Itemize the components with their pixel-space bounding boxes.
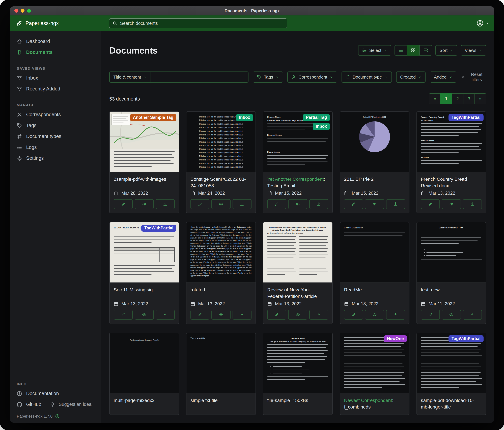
pagination-next[interactable]: » [475,93,486,104]
download-document-button[interactable] [233,310,252,319]
edit-document-button[interactable] [190,310,209,319]
sidebar-item-documents[interactable]: Documents [10,47,101,58]
document-title[interactable]: ReadMe [344,287,405,300]
document-thumbnail[interactable]: This is a test file. [186,333,255,393]
pagination-page-2[interactable]: 2 [452,93,463,104]
view-document-button[interactable] [135,199,153,209]
document-thumbnail[interactable]: Contact Sheet Demo [340,222,409,283]
edit-document-button[interactable] [267,310,286,319]
document-type-filter-button[interactable]: Document type [342,72,392,83]
tag-another-sample-tag[interactable]: Another Sample Tag [130,114,176,121]
tags-filter-button[interactable]: Tags [253,72,283,83]
detail-view-button[interactable] [419,45,432,56]
view-document-button[interactable] [442,199,461,209]
view-document-button[interactable] [288,310,307,319]
document-title[interactable]: 2sample-pdf-with-images [114,176,175,189]
view-document-button[interactable] [365,310,384,319]
sidebar-item-dashboard[interactable]: Dashboard [10,36,101,47]
document-thumbnail[interactable]: This is the text that appears on the fir… [186,222,255,283]
view-document-button[interactable] [211,310,230,319]
brand[interactable]: Paperless-ngx [15,20,109,27]
tag-tagwithpartial[interactable]: TagWithPartial [449,335,484,342]
document-title[interactable]: sample-pdf-download-10-mb-longer-title [421,397,482,411]
document-thumbnail[interactable]: Adobe Acrobat PDF Files [417,222,486,283]
title-content-filter-input[interactable] [151,72,249,83]
zoom-window-button[interactable] [27,9,31,13]
document-title[interactable]: file-sample_150kBs [267,397,328,411]
list-view-button[interactable] [395,45,407,56]
sidebar-item-correspondents[interactable]: Correspondents [10,109,101,120]
document-thumbnail[interactable]: Release NotesSimba ODBC Driver for SQL S… [263,112,332,172]
pagination-prev[interactable]: « [429,93,441,104]
view-document-button[interactable] [365,199,384,209]
edit-document-button[interactable] [190,199,209,209]
sidebar-item-suggest-an-idea[interactable]: Suggest an idea [43,399,93,410]
document-title[interactable]: simple txt file [190,397,252,411]
tag-newone[interactable]: NewOne [384,335,407,342]
document-thumbnail[interactable]: Review of New York Federal Petitions for… [263,222,332,283]
edit-document-button[interactable] [421,199,440,209]
correspondent-filter-button[interactable]: Correspondent [287,72,337,83]
search-input[interactable] [120,21,284,26]
view-document-button[interactable] [442,310,461,319]
download-document-button[interactable] [386,310,405,319]
sidebar-item-inbox[interactable]: Inbox [10,73,101,84]
view-document-button[interactable] [211,199,230,209]
document-title[interactable]: Yet Another Correspondent: Testing Email [267,176,328,189]
document-title[interactable]: Sonstige ScanPC2022 03-24_081058 [190,176,252,189]
edit-document-button[interactable] [344,199,363,209]
document-correspondent[interactable]: Newest Correspondent [344,398,392,403]
download-document-button[interactable] [463,199,482,209]
tag-inbox[interactable]: Inbox [313,123,330,130]
edit-document-button[interactable] [114,199,133,209]
added-filter-button[interactable]: Added [430,72,456,83]
sidebar-item-github[interactable]: GitHub [10,399,43,410]
sidebar-item-settings[interactable]: Settings [10,153,101,164]
download-document-button[interactable] [156,310,175,319]
download-document-button[interactable] [156,199,175,209]
document-thumbnail[interactable]: French Country BreadFor the Lesson:Make … [417,112,486,172]
sidebar-item-document-types[interactable]: Document types [10,131,101,142]
view-document-button[interactable] [135,310,153,319]
document-thumbnail[interactable]: TagWithPartial [417,333,486,393]
document-title[interactable]: rotated [190,287,252,300]
document-title[interactable]: Sec 11-Missing sig [114,287,175,300]
document-thumbnail[interactable]: Patient BP Distribution 2011 [340,112,409,172]
edit-document-button[interactable] [344,310,363,319]
download-document-button[interactable] [233,199,252,209]
document-thumbnail[interactable]: 11. CONTINUING MEDICAL EDUCATagWithParti… [110,222,179,283]
document-thumbnail[interactable]: This is a multi page document. Page 1. [110,333,179,393]
sidebar-item-tags[interactable]: Tags [10,120,101,131]
user-menu[interactable] [477,20,489,27]
edit-document-button[interactable] [114,310,133,319]
document-title[interactable]: French Country Bread Revised.docx [421,176,482,189]
document-title[interactable]: Review-of-New-York-Federal-Petitions-art… [267,287,328,300]
reset-filters-button[interactable]: Reset filters [461,72,486,82]
view-document-button[interactable] [288,199,307,209]
download-document-button[interactable] [463,310,482,319]
pagination-page-1[interactable]: 1 [440,93,452,104]
tag-tagwithpartial[interactable]: TagWithPartial [141,225,176,232]
global-search[interactable] [109,18,287,28]
document-correspondent[interactable]: Yet Another Correspondent [267,177,324,182]
document-title[interactable]: Newest Correspondent: f_combineds [344,397,405,411]
document-title[interactable]: test_new [421,287,482,300]
document-title[interactable]: 2011 BP Pie 2 [344,176,405,189]
minimize-window-button[interactable] [21,9,25,13]
document-thumbnail[interactable]: This is a test for the double space char… [186,112,255,172]
document-thumbnail[interactable]: Another Sample Tag [110,112,179,172]
grid-view-button[interactable] [407,45,420,56]
created-filter-button[interactable]: Created [396,72,426,83]
document-thumbnail[interactable]: NewOne [340,333,409,393]
sidebar-item-documentation[interactable]: Documentation [10,388,101,399]
close-window-button[interactable] [14,9,18,13]
title-content-filter-button[interactable]: Title & content [109,72,151,83]
download-document-button[interactable] [309,199,328,209]
download-document-button[interactable] [386,199,405,209]
select-button[interactable]: Select [358,45,391,56]
sort-button[interactable]: Sort [435,45,457,56]
document-thumbnail[interactable]: Lorem ipsumLorem ipsum dolor sit amet, c… [263,333,332,393]
views-button[interactable]: Views [461,45,486,56]
tag-tagwithpartial[interactable]: TagWithPartial [449,114,484,121]
sidebar-item-recently-added[interactable]: Recently Added [10,84,101,94]
